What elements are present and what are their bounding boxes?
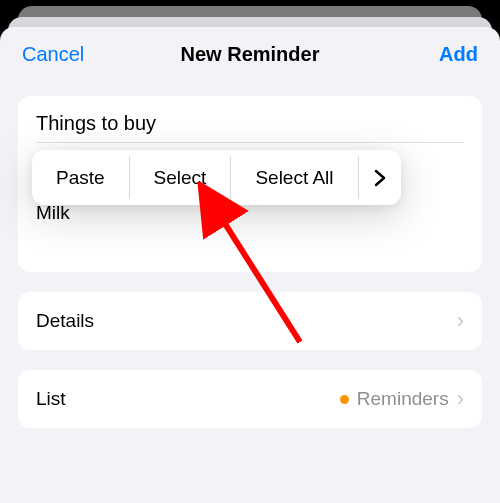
nav-bar: Cancel New Reminder Add (0, 27, 500, 78)
context-paste[interactable]: Paste (32, 150, 129, 205)
chevron-right-icon (373, 168, 387, 188)
chevron-right-icon: › (457, 308, 464, 334)
list-row[interactable]: List Reminders › (18, 370, 482, 428)
reminder-title-field[interactable]: Things to buy (36, 111, 464, 136)
list-value: Reminders (357, 388, 449, 410)
chevron-right-icon: › (457, 386, 464, 412)
details-label: Details (36, 310, 94, 332)
details-row[interactable]: Details › (18, 292, 482, 350)
title-notes-divider (36, 142, 464, 143)
nav-title: New Reminder (97, 43, 403, 66)
cancel-button[interactable]: Cancel (22, 43, 97, 66)
text-context-menu: Paste Select Select All (32, 150, 401, 205)
context-select-all[interactable]: Select All (231, 150, 357, 205)
list-label: List (36, 388, 66, 410)
list-color-dot (340, 395, 349, 404)
context-select[interactable]: Select (130, 150, 231, 205)
context-more-button[interactable] (359, 150, 401, 205)
new-reminder-sheet: Cancel New Reminder Add Things to buy Br… (0, 27, 500, 503)
add-button[interactable]: Add (403, 43, 478, 66)
